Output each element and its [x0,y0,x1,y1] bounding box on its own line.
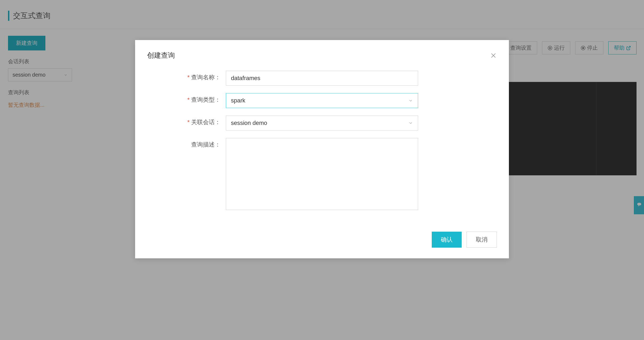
required-mark: * [187,74,190,81]
create-query-modal: 创建查询 *查询名称： *查询类型： spark [135,40,509,258]
modal-footer: 确认 取消 [135,226,509,258]
query-desc-textarea[interactable] [226,138,418,210]
confirm-button[interactable]: 确认 [432,232,462,248]
related-session-value: session demo [231,120,267,126]
related-session-select[interactable]: session demo [226,116,418,131]
modal-overlay: 创建查询 *查询名称： *查询类型： spark [0,0,644,340]
query-type-label: *查询类型： [156,93,226,104]
chevron-down-icon [408,121,413,125]
cancel-button[interactable]: 取消 [466,232,497,248]
query-type-value: spark [231,97,245,104]
query-name-input[interactable] [226,71,418,86]
modal-body: *查询名称： *查询类型： spark [135,67,509,226]
query-desc-label: 查询描述： [156,138,226,149]
query-name-label: *查询名称： [156,71,226,81]
modal-header: 创建查询 [135,40,509,67]
close-icon[interactable] [490,52,497,59]
form-row-desc: 查询描述： [156,138,488,211]
related-session-label: *关联会话： [156,116,226,126]
form-row-session: *关联会话： session demo [156,116,488,131]
query-type-select[interactable]: spark [226,93,418,108]
required-mark: * [187,96,190,103]
required-mark: * [187,119,190,125]
form-row-type: *查询类型： spark [156,93,488,108]
form-row-name: *查询名称： [156,71,488,86]
chevron-down-icon [408,98,413,103]
modal-title: 创建查询 [147,51,175,60]
